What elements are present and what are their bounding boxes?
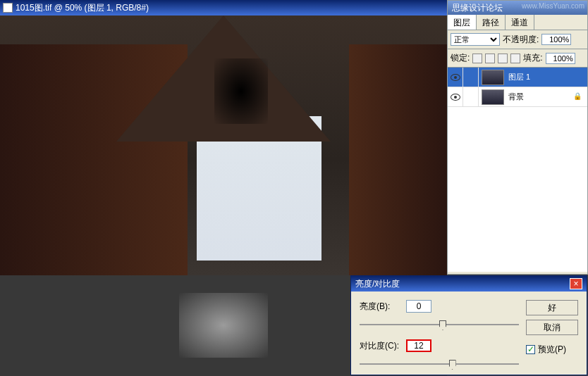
blend-mode-select[interactable]: 正常: [451, 33, 500, 46]
tab-channels[interactable]: 通道: [506, 15, 534, 30]
dialog-titlebar[interactable]: 亮度/对比度 ×: [351, 276, 587, 292]
brightness-label: 亮度(B):: [360, 301, 400, 313]
tab-layers[interactable]: 图层: [448, 15, 477, 30]
lock-transparency-icon[interactable]: [472, 54, 482, 63]
layers-panel: 思缘设计论坛 www.MissYuan.com 图层 路径 通道 正常 不透明度…: [447, 0, 588, 275]
watermark-text: www.MissYuan.com: [522, 2, 584, 10]
layer-thumbnail[interactable]: [482, 70, 504, 85]
visibility-toggle[interactable]: [448, 87, 463, 106]
eye-icon: [451, 94, 460, 101]
brightness-input[interactable]: [406, 300, 431, 313]
document-title: 1015图.tif @ 50% (图层 1, RGB/8#): [16, 2, 149, 14]
document-titlebar[interactable]: 1015图.tif @ 50% (图层 1, RGB/8#): [0, 0, 447, 15]
layer-name[interactable]: 背景: [507, 92, 573, 102]
tab-paths[interactable]: 路径: [477, 15, 506, 30]
dialog-body: 亮度(B): 对比度(C): 好 取消 预览(P): [351, 292, 587, 376]
brightness-slider-thumb[interactable]: [439, 320, 446, 330]
lock-icon: 🔒: [573, 92, 583, 102]
contrast-label: 对比度(C):: [360, 340, 400, 352]
lock-label: 锁定:: [451, 52, 470, 64]
sliders-area: 亮度(B): 对比度(C):: [360, 300, 519, 370]
brightness-group: 亮度(B):: [360, 300, 519, 313]
preview-checkbox-group[interactable]: 预览(P): [526, 344, 578, 356]
layers-list: 图层 1 背景 🔒: [448, 68, 587, 272]
document-icon: [3, 3, 13, 13]
lock-pixels-icon[interactable]: [485, 54, 495, 63]
lock-controls: 锁定: 填充:: [448, 49, 587, 68]
brightness-contrast-dialog: 亮度/对比度 × 亮度(B): 对比度(C): 好 取消: [350, 275, 587, 375]
layer-row[interactable]: 背景 🔒: [448, 87, 587, 107]
opacity-input[interactable]: [541, 34, 571, 45]
panel-header[interactable]: 思缘设计论坛 www.MissYuan.com: [448, 1, 587, 15]
contrast-slider-thumb[interactable]: [449, 360, 456, 370]
cancel-button[interactable]: 取消: [526, 320, 578, 335]
opacity-label: 不透明度:: [503, 34, 539, 46]
ok-button[interactable]: 好: [526, 300, 578, 315]
lock-all-icon[interactable]: [510, 54, 520, 63]
contrast-input[interactable]: [406, 339, 431, 352]
layer-thumbnail[interactable]: [482, 89, 504, 105]
preview-checkbox[interactable]: [526, 345, 535, 354]
panel-header-text: 思缘设计论坛: [452, 2, 503, 14]
link-column[interactable]: [463, 68, 479, 87]
close-button[interactable]: ×: [570, 278, 582, 289]
fill-input[interactable]: [546, 53, 575, 64]
layer-row[interactable]: 图层 1: [448, 68, 587, 87]
blend-controls: 正常 不透明度:: [448, 30, 587, 49]
contrast-group: 对比度(C):: [360, 339, 519, 352]
panel-tabs: 图层 路径 通道: [448, 15, 587, 30]
contrast-slider[interactable]: [360, 358, 519, 370]
preview-label: 预览(P): [538, 344, 566, 356]
visibility-toggle[interactable]: [448, 68, 463, 87]
layer-name[interactable]: 图层 1: [507, 72, 587, 82]
dialog-title: 亮度/对比度: [355, 278, 570, 290]
brightness-slider[interactable]: [360, 318, 519, 331]
fill-label: 填充:: [523, 52, 542, 64]
link-column[interactable]: [463, 87, 479, 106]
eye-icon: [451, 74, 460, 81]
lock-position-icon[interactable]: [498, 54, 508, 63]
dialog-buttons: 好 取消 预览(P): [526, 300, 578, 370]
